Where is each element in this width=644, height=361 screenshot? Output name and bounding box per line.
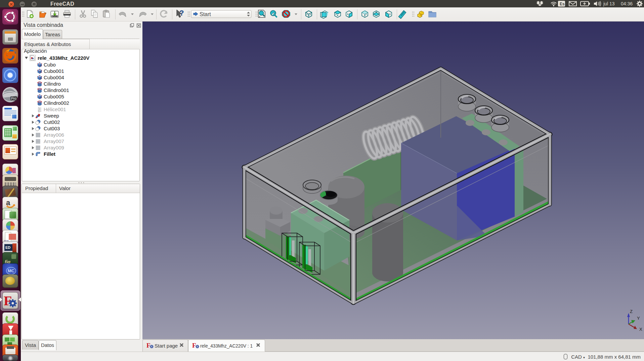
svg-text:Fillet: Fillet xyxy=(44,151,55,157)
svg-text:Y: Y xyxy=(637,316,640,321)
svg-text:Array009: Array009 xyxy=(44,145,64,150)
svg-text:Cilindro002: Cilindro002 xyxy=(44,100,69,106)
svg-text:Cilindro: Cilindro xyxy=(44,81,61,87)
svg-text:Es: Es xyxy=(560,2,565,6)
svg-text:Cut002: Cut002 xyxy=(44,119,60,125)
svg-text:Start: Start xyxy=(200,11,211,17)
svg-text:F: F xyxy=(146,342,151,349)
svg-text:X: X xyxy=(639,327,642,332)
svg-text:Aplicación: Aplicación xyxy=(24,48,47,54)
svg-text:Start page: Start page xyxy=(155,343,178,349)
svg-text:Array006: Array006 xyxy=(44,132,64,138)
svg-text:Cut003: Cut003 xyxy=(44,126,60,131)
svg-text:Pro: Pro xyxy=(11,97,16,100)
svg-text:?: ? xyxy=(179,9,184,17)
svg-text:Z: Z xyxy=(630,309,633,314)
svg-text:Cubo: Cubo xyxy=(44,62,56,67)
svg-text:Hélice001: Hélice001 xyxy=(44,106,66,112)
svg-text:jul 13: jul 13 xyxy=(603,1,615,6)
svg-text:Cilindro001: Cilindro001 xyxy=(44,87,69,93)
svg-text:Cubo004: Cubo004 xyxy=(44,75,64,80)
svg-text:04:36: 04:36 xyxy=(621,1,633,6)
svg-text:Array007: Array007 xyxy=(44,138,64,144)
svg-text:rele_433Mhz_AC220V: rele_433Mhz_AC220V xyxy=(38,55,89,61)
svg-text:Cubo005: Cubo005 xyxy=(44,94,64,99)
svg-text:Sweep: Sweep xyxy=(44,113,59,119)
svg-text:rele_433Mhz_AC220V : 1: rele_433Mhz_AC220V : 1 xyxy=(200,343,253,349)
svg-text:a: a xyxy=(6,198,10,207)
svg-text:Cubo001: Cubo001 xyxy=(44,68,64,74)
